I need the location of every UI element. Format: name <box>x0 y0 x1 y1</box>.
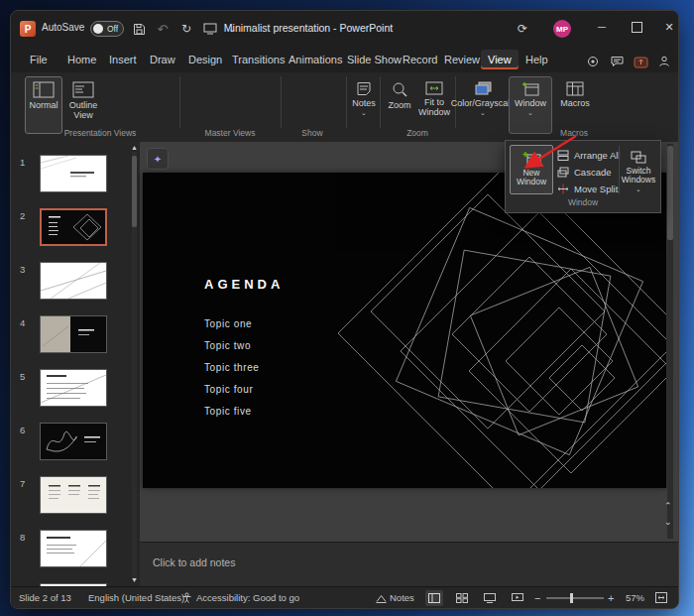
slide-topic[interactable]: Topic five <box>204 406 252 417</box>
thumbnail-art <box>41 531 106 566</box>
window-ribbon-button[interactable]: Window ⌄ <box>509 76 552 134</box>
slide-topic[interactable]: Topic three <box>204 362 260 373</box>
normal-view-toggle[interactable] <box>425 590 443 606</box>
notes-ribbon-button[interactable]: Notes ⌄ <box>350 76 378 134</box>
share-button[interactable] <box>630 52 651 71</box>
slide-indicator[interactable]: Slide 2 of 13 <box>19 592 71 603</box>
tab-insert[interactable]: Insert <box>102 50 144 69</box>
reading-view-toggle[interactable] <box>481 590 499 606</box>
color-grayscale-button[interactable]: Color/Grayscale ⌄ <box>459 76 507 134</box>
language-status[interactable]: English (United States) <box>88 592 184 603</box>
designer-button[interactable]: ✦ <box>147 148 169 170</box>
zoom-out-button[interactable]: − <box>534 592 540 604</box>
notes-toggle-icon <box>376 593 387 603</box>
slide-topic[interactable]: Topic two <box>204 340 251 351</box>
chevron-down-icon: ⌄ <box>636 186 641 192</box>
accessibility-status[interactable]: Accessibility: Good to go <box>196 592 299 603</box>
fit-to-window-button[interactable]: Fit to Window <box>415 76 453 134</box>
person-icon <box>658 56 670 67</box>
undo-icon: ↶ <box>158 22 169 37</box>
color-grayscale-icon <box>475 81 492 96</box>
autosave-toggle[interactable]: Off <box>90 21 124 37</box>
save-button[interactable] <box>128 19 150 39</box>
ribbon-divider <box>179 76 180 128</box>
zoom-button[interactable]: Zoom <box>384 76 415 134</box>
present-button[interactable] <box>653 52 675 71</box>
move-split-button[interactable]: Move Split <box>557 182 618 196</box>
slide-thumbnail-8[interactable]: 8 <box>11 530 140 579</box>
zoom-level[interactable]: 57% <box>626 592 644 603</box>
zoom-slider-track[interactable] <box>546 597 604 599</box>
ribbon-divider <box>281 76 282 128</box>
notes-placeholder[interactable]: Click to add notes <box>153 556 235 568</box>
tab-review[interactable]: Review <box>437 50 487 69</box>
thumbnail-art <box>41 263 106 299</box>
scroll-up-icon[interactable]: ▲ <box>131 144 138 151</box>
tab-file[interactable]: File <box>23 50 55 69</box>
undo-button[interactable]: ↶ <box>152 19 174 39</box>
refresh-button[interactable]: ⟳ <box>512 19 533 39</box>
normal-view-button[interactable]: Normal <box>25 76 62 134</box>
slide-thumbnail-3[interactable]: 3 <box>11 262 140 311</box>
slideshow-small-icon <box>512 593 523 603</box>
slide-sorter-toggle[interactable] <box>453 590 471 606</box>
next-slide-button[interactable]: ⌄ <box>664 517 672 527</box>
magnifier-icon <box>392 81 408 98</box>
autosave-state: Off <box>107 24 118 34</box>
tab-help[interactable]: Help <box>519 50 555 69</box>
slide-thumbnail-6[interactable]: 6 <box>11 423 140 472</box>
tab-home[interactable]: Home <box>60 50 103 69</box>
status-bar: Slide 2 of 13 English (United States) Ac… <box>11 586 678 609</box>
record-button[interactable] <box>582 52 604 71</box>
comments-button[interactable] <box>606 52 628 71</box>
fit-slide-icon[interactable] <box>655 592 667 603</box>
share-icon <box>634 56 648 68</box>
switch-windows-icon <box>631 151 646 165</box>
zoom-slider-thumb[interactable] <box>570 593 573 603</box>
slide-topic[interactable]: Topic four <box>204 384 253 395</box>
previous-slide-button[interactable]: ⌃ <box>664 501 672 511</box>
zoom-in-button[interactable]: + <box>608 592 614 604</box>
outline-view-button[interactable]: Outline View <box>62 76 104 134</box>
window-title: Minimalist presentation - PowerPoint <box>184 22 432 34</box>
notes-toggle-button[interactable]: Notes <box>390 592 414 603</box>
notes-icon <box>356 81 372 96</box>
minimize-button[interactable]: ─ <box>586 11 618 43</box>
normal-view-icon <box>33 81 55 98</box>
slide-number: 8 <box>20 532 25 543</box>
macros-button[interactable]: Macros <box>556 76 594 134</box>
avatar[interactable]: MP <box>553 20 571 38</box>
group-label-master-views: Master Views <box>185 128 275 138</box>
group-label-show: Show <box>287 128 338 138</box>
window-icon <box>521 81 539 96</box>
slide-thumbnail-5[interactable]: 5 <box>11 369 140 419</box>
main-scrollbar-thumb[interactable] <box>667 146 673 240</box>
slide-thumbnail-1[interactable]: 1 <box>11 155 140 204</box>
slide-number: 6 <box>20 425 25 435</box>
tab-design[interactable]: Design <box>181 50 229 69</box>
thumbnail-art <box>41 316 106 352</box>
tab-draw[interactable]: Draw <box>143 50 182 69</box>
slide-topic[interactable]: Topic one <box>204 318 252 329</box>
slide-number: 2 <box>20 210 25 221</box>
thumbnail-scrollbar-thumb[interactable] <box>132 156 137 227</box>
switch-windows-button[interactable]: Switch Windows ⌄ <box>619 145 658 194</box>
slide-title[interactable]: AGENDA <box>204 277 284 292</box>
tab-view[interactable]: View <box>481 50 519 69</box>
slide-thumbnail-4[interactable]: 4 <box>11 315 140 365</box>
thumbnail-art <box>41 477 106 513</box>
ribbon-divider <box>380 76 381 128</box>
slide-number: 1 <box>20 157 25 168</box>
scroll-down-icon[interactable]: ▼ <box>131 576 138 583</box>
slide-thumbnail-2-selected[interactable]: 2 <box>11 208 140 258</box>
slideshow-toggle[interactable] <box>509 590 526 606</box>
close-button[interactable]: ✕ <box>653 11 679 43</box>
close-icon: ✕ <box>664 21 673 34</box>
ribbon-divider <box>346 76 347 128</box>
thumbnail-art <box>41 370 106 406</box>
sparkle-icon: ✦ <box>154 154 162 165</box>
slide-thumbnail-7[interactable]: 7 <box>11 476 140 526</box>
maximize-button[interactable] <box>621 11 652 43</box>
notes-pane[interactable]: Click to add notes <box>140 542 678 587</box>
slide-canvas[interactable]: AGENDA Topic one Topic two Topic three T… <box>143 173 666 488</box>
